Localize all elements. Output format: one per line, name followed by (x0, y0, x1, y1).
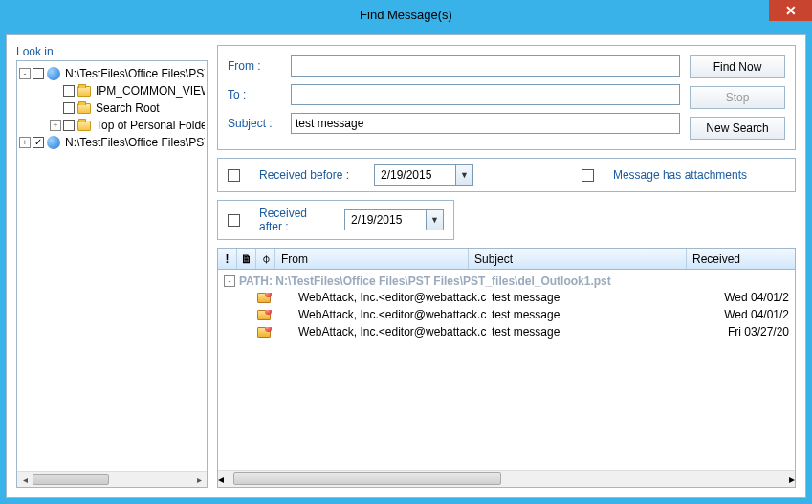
dropdown-icon[interactable]: ▼ (455, 165, 472, 185)
window-title: Find Message(s) (0, 8, 812, 22)
scroll-right-icon[interactable]: ▸ (789, 472, 795, 486)
mail-icon (257, 310, 271, 320)
received-after-checkbox[interactable] (228, 214, 240, 227)
find-now-button[interactable]: Find Now (690, 55, 785, 78)
from-row: From : (228, 55, 680, 77)
tree-node[interactable]: + Top of Personal Folders (19, 117, 205, 134)
tree-node-label: IPM_COMMON_VIEWS (96, 84, 205, 98)
search-fields: From : To : Subject : (228, 55, 680, 140)
subject-row: Subject : (228, 113, 680, 134)
tree-checkbox[interactable] (33, 68, 44, 79)
subject-label: Subject : (228, 117, 285, 130)
subject-cell: test message (486, 325, 704, 339)
results-path-label: PATH: N:\TestFiles\Office Files\PST File… (239, 274, 611, 288)
results-hscrollbar[interactable]: ◂ ▸ (218, 470, 795, 487)
subject-cell: test message (486, 291, 704, 304)
scroll-left-icon[interactable]: ◂ (17, 472, 33, 488)
tree-checkbox[interactable] (63, 102, 75, 114)
expand-icon[interactable]: + (50, 120, 61, 131)
expand-spacer (50, 102, 61, 114)
attachments-label: Message has attachments (613, 168, 747, 182)
scroll-track[interactable] (33, 472, 191, 487)
received-after-value: 2/19/2015 (345, 213, 426, 227)
close-button[interactable]: ✕ (769, 0, 812, 21)
received-before-value: 2/19/2015 (375, 168, 455, 182)
col-priority[interactable]: ! (218, 249, 237, 269)
pst-icon (46, 136, 61, 149)
scroll-left-icon[interactable]: ◂ (218, 472, 224, 486)
content-area: Look in - N:\TestFiles\Office Files\PST (6, 34, 806, 498)
search-buttons: Find Now Stop New Search (690, 55, 785, 140)
tree-checkbox[interactable] (63, 120, 75, 131)
scroll-thumb[interactable] (33, 474, 109, 485)
results-body[interactable]: - PATH: N:\TestFiles\Office Files\PST Fi… (218, 270, 795, 470)
tree-node-label: Search Root (96, 101, 160, 115)
collapse-icon[interactable]: - (224, 275, 235, 287)
type-cell (254, 327, 274, 338)
results-path-row[interactable]: - PATH: N:\TestFiles\Office Files\PST Fi… (218, 270, 795, 289)
from-cell: WebAttack, Inc.<editor@webattack.c... (293, 325, 486, 339)
dropdown-icon[interactable]: ▼ (426, 210, 443, 230)
stop-button[interactable]: Stop (690, 86, 785, 109)
subject-input[interactable] (291, 113, 680, 134)
results-header[interactable]: ! 🗎 ⌀ From Subject Received (218, 249, 795, 270)
result-row[interactable]: WebAttack, Inc.<editor@webattack.c... te… (218, 289, 795, 306)
window-root: Find Message(s) ✕ Look in - N:\TestFiles… (0, 0, 812, 504)
new-search-button[interactable]: New Search (690, 117, 785, 140)
col-type-icon[interactable]: 🗎 (237, 249, 256, 269)
folder-tree[interactable]: - N:\TestFiles\Office Files\PST IPM_COMM… (17, 61, 207, 471)
result-row[interactable]: WebAttack, Inc.<editor@webattack.c... te… (218, 323, 795, 340)
page-icon: 🗎 (241, 252, 252, 266)
subject-cell: test message (486, 308, 704, 321)
scroll-thumb[interactable] (233, 472, 501, 485)
look-in-label: Look in (16, 45, 208, 58)
col-from[interactable]: From (275, 249, 469, 269)
tree-node[interactable]: + N:\TestFiles\Office Files\PST (19, 134, 205, 151)
tree-hscrollbar[interactable]: ◂ ▸ (17, 471, 207, 487)
tree-node[interactable]: Search Root (19, 99, 205, 117)
expand-icon[interactable]: + (19, 137, 31, 148)
from-label: From : (228, 59, 285, 73)
tree-checkbox[interactable] (63, 85, 75, 97)
received-cell: Fri 03/27/20 (704, 325, 795, 339)
attachments-checkbox[interactable] (582, 169, 594, 182)
scroll-right-icon[interactable]: ▸ (191, 472, 207, 488)
received-before-datepicker[interactable]: 2/19/2015 ▼ (374, 164, 473, 186)
type-cell (254, 293, 274, 303)
tree-checkbox[interactable] (33, 137, 44, 148)
folder-icon (77, 84, 92, 98)
col-attachment-icon[interactable]: ⌀ (256, 249, 275, 269)
folder-icon (77, 101, 92, 115)
results-panel: ! 🗎 ⌀ From Subject Received - PATH: N:\T… (217, 248, 796, 488)
to-row: To : (228, 84, 680, 105)
received-after-datepicker[interactable]: 2/19/2015 ▼ (344, 209, 444, 230)
to-input[interactable] (291, 84, 680, 105)
col-received[interactable]: Received (687, 249, 795, 269)
expand-spacer (50, 85, 61, 97)
received-before-label: Received before : (259, 168, 355, 182)
tree-node[interactable]: IPM_COMMON_VIEWS (19, 82, 205, 99)
received-before-group: Received before : 2/19/2015 ▼ Message ha… (217, 158, 796, 192)
received-cell: Wed 04/01/2 (704, 291, 795, 304)
result-row[interactable]: WebAttack, Inc.<editor@webattack.c... te… (218, 306, 795, 323)
tree-node[interactable]: - N:\TestFiles\Office Files\PST (19, 65, 205, 82)
mail-icon (257, 327, 271, 338)
received-before-checkbox[interactable] (228, 169, 240, 182)
mail-icon (257, 293, 271, 303)
from-input[interactable] (291, 55, 680, 77)
tree-node-label: N:\TestFiles\Office Files\PST (65, 67, 205, 80)
from-cell: WebAttack, Inc.<editor@webattack.c... (293, 291, 486, 304)
from-cell: WebAttack, Inc.<editor@webattack.c... (293, 308, 486, 321)
titlebar: Find Message(s) ✕ (0, 0, 812, 29)
search-criteria-group: From : To : Subject : Find Now Stop (217, 45, 796, 150)
collapse-icon[interactable]: - (19, 68, 31, 79)
type-cell (254, 310, 274, 320)
tree-node-label: Top of Personal Folders (96, 119, 205, 132)
scroll-track[interactable] (226, 471, 787, 487)
right-panel: From : To : Subject : Find Now Stop (217, 45, 796, 488)
received-after-group: Received after : 2/19/2015 ▼ (217, 200, 454, 240)
tree-container: - N:\TestFiles\Office Files\PST IPM_COMM… (16, 60, 208, 488)
col-subject[interactable]: Subject (469, 249, 687, 269)
to-label: To : (228, 88, 285, 101)
tree-node-label: N:\TestFiles\Office Files\PST (65, 136, 205, 149)
